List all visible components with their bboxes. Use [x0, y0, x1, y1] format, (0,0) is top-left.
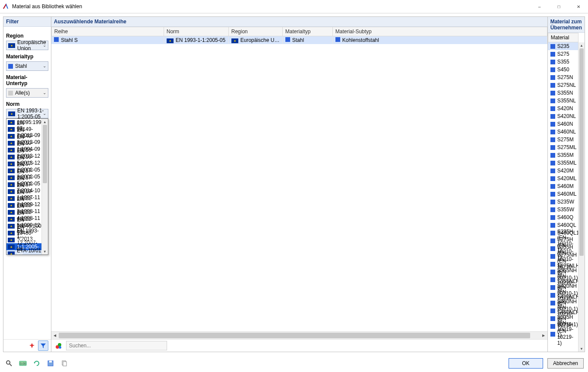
scroll-right-icon[interactable]: ▶ [540, 332, 547, 339]
scroll-thumb[interactable] [43, 125, 47, 183]
minimize-button[interactable]: – [530, 0, 549, 13]
material-row[interactable]: S275 [548, 50, 579, 58]
steel-icon [550, 83, 555, 88]
scroll-left-icon[interactable]: ◀ [51, 332, 59, 339]
chevron-down-icon: ⌄ [43, 111, 46, 116]
eu-flag-icon: ★ [8, 43, 15, 48]
material-row[interactable]: S420N [548, 105, 579, 112]
scroll-thumb[interactable] [59, 333, 531, 338]
material-row[interactable]: S460NL [548, 128, 579, 136]
copy-icon[interactable] [60, 359, 69, 368]
norm-combo[interactable]: ★ EN 1993-1-1:2005-05 ⌄ [6, 109, 48, 118]
untertyp-combo[interactable]: Alle(s) ⌄ [6, 88, 48, 98]
search-input[interactable] [66, 341, 167, 350]
norm-list-scrollbar[interactable]: ▲ ▼ [41, 119, 48, 254]
col-subtyp[interactable]: Material-Subtyp [332, 27, 547, 36]
filter-footer [3, 339, 51, 352]
material-row[interactable]: S460N [548, 120, 579, 128]
chevron-down-icon: ⌄ [43, 90, 46, 95]
steel-icon [550, 145, 555, 150]
norm-option[interactable]: ★ETA-10/0156 (ArcelorMittal) [6, 250, 42, 254]
material-label: S275H (EN 10219-1) [557, 322, 576, 346]
norm-dropdown-list[interactable]: ★EN 10095:1999-03★EN 10149-2:2013-09★EN … [6, 118, 48, 255]
material-label: S355NL [557, 98, 576, 104]
material-row[interactable]: S355NL [548, 97, 579, 105]
scroll-up-icon[interactable]: ▲ [42, 119, 48, 125]
material-row[interactable]: S420M [548, 167, 579, 175]
close-button[interactable]: ✕ [569, 0, 588, 13]
material-row[interactable]: S355W [548, 206, 579, 213]
save-icon[interactable] [46, 359, 55, 368]
pin-icon[interactable] [27, 340, 37, 351]
material-scrollbar[interactable]: ▲ ▼ [578, 42, 585, 352]
material-label: S275ML [557, 144, 577, 150]
eu-flag-icon: ★ [8, 251, 15, 255]
material-panel: Material zum Übernehmen Material S235S27… [548, 17, 585, 352]
steel-icon [550, 262, 555, 267]
col-materialtyp[interactable]: Materialtyp [282, 27, 332, 36]
magnifier-icon[interactable] [4, 359, 14, 368]
steel-icon [550, 192, 555, 197]
material-row[interactable]: S235 [548, 42, 579, 50]
material-row[interactable]: S275M [548, 136, 579, 143]
material-row[interactable]: S355ML [548, 159, 579, 167]
material-row[interactable]: S275ML [548, 143, 579, 151]
cell-region: Europäische Uni... [240, 37, 283, 43]
steel-icon [550, 200, 555, 204]
decimal-icon[interactable]: 0,00 [18, 359, 28, 368]
material-row[interactable]: S235W [548, 198, 579, 206]
steel-icon [550, 153, 555, 158]
scroll-thumb[interactable] [579, 48, 584, 256]
refresh-icon[interactable] [32, 359, 41, 368]
material-label: S355 [557, 59, 569, 65]
material-row[interactable]: S355 [548, 58, 579, 66]
col-norm[interactable]: Norm [164, 27, 228, 36]
material-row[interactable]: S450 [548, 66, 579, 73]
steel-icon [550, 332, 555, 337]
series-row[interactable]: Stahl S ★EN 1993-1-1:2005-05 ★Europäisch… [51, 36, 547, 45]
scroll-down-icon[interactable]: ▼ [42, 248, 48, 254]
eu-flag-icon: ★ [8, 169, 15, 173]
titlebar: Material aus Bibliothek wählen – □ ✕ [0, 0, 588, 13]
cell-reihe: Stahl S [61, 37, 78, 43]
material-row[interactable]: S275H (EN 10219-1) [548, 330, 579, 338]
material-row[interactable]: S460ML [548, 190, 579, 198]
material-row[interactable]: S460QL [548, 221, 579, 229]
eu-flag-icon: ★ [8, 203, 15, 208]
eu-flag-icon: ★ [8, 224, 15, 229]
eu-flag-icon: ★ [8, 134, 15, 139]
material-row[interactable]: S420ML [548, 175, 579, 182]
col-region[interactable]: Region [228, 27, 282, 36]
col-reihe[interactable]: Reihe [51, 27, 164, 36]
material-row[interactable]: S420NL [548, 112, 579, 120]
cell-subtyp: Kohlenstoffstahl [342, 37, 379, 43]
region-label: Region [6, 33, 48, 39]
material-label: S420M [557, 168, 574, 174]
info-icon[interactable] [54, 341, 63, 350]
material-row[interactable]: S355N [548, 89, 579, 97]
scroll-up-icon[interactable]: ▲ [579, 42, 585, 48]
bottom-bar: 0,00 OK Abbrechen [0, 355, 588, 372]
materialtyp-combo[interactable]: Stahl ⌄ [6, 61, 48, 71]
material-label: S460NL [557, 129, 576, 135]
maximize-button[interactable]: □ [549, 0, 569, 13]
material-label: S355W [557, 207, 574, 213]
series-table[interactable]: Reihe Norm Region Materialtyp Material-S… [51, 27, 547, 44]
steel-icon [550, 106, 555, 111]
cancel-button[interactable]: Abbrechen [547, 358, 584, 369]
material-row[interactable]: S275N [548, 73, 579, 81]
steel-icon [8, 64, 13, 69]
all-icon [8, 91, 13, 95]
funnel-filter-icon[interactable] [38, 340, 48, 351]
h-scrollbar[interactable]: ◀ ▶ [51, 331, 547, 339]
ok-button[interactable]: OK [509, 358, 543, 369]
col-material[interactable]: Material [548, 33, 579, 42]
series-header: Auszuwählende Materialreihe [51, 17, 547, 27]
material-row[interactable]: S275NL [548, 81, 579, 89]
material-row[interactable]: S355M [548, 151, 579, 159]
scroll-down-icon[interactable]: ▼ [579, 346, 585, 352]
material-label: S420NL [557, 113, 576, 119]
material-row[interactable]: S460M [548, 182, 579, 190]
region-combo[interactable]: ★ Europäische Union ⌄ [6, 41, 48, 50]
material-row[interactable]: S460Q [548, 213, 579, 221]
